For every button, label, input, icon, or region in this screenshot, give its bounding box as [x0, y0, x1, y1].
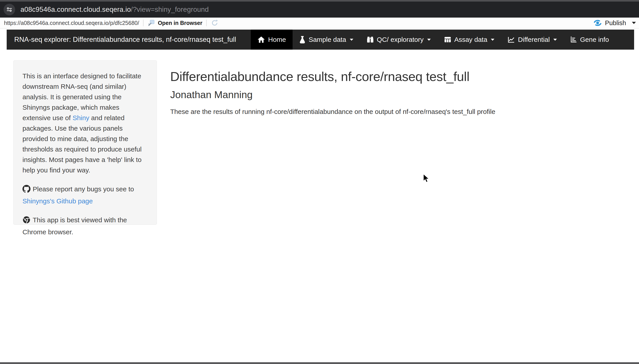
- refresh-icon: [211, 19, 219, 27]
- chart-line-icon: [508, 36, 515, 43]
- publish-logo-icon: [593, 18, 602, 28]
- app-navbar: RNA-seq explorer: Differentialabundance …: [7, 30, 634, 50]
- navbar-items: Home Sample data QC/ exploratory: [251, 30, 616, 50]
- dropdown-caret-icon: [427, 39, 431, 41]
- address-bar[interactable]: a08c9546a.connect.cloud.seqera.io/?view=…: [20, 2, 209, 18]
- nav-item-sample-data[interactable]: Sample data: [292, 30, 360, 50]
- publish-button[interactable]: Publish: [593, 18, 636, 28]
- tune-icon: [6, 6, 13, 13]
- address-query: /?view=shiny_foreground: [131, 6, 209, 14]
- intro-panel: This is an interface designed to facilit…: [13, 60, 157, 225]
- page-description: These are the results of running nf-core…: [170, 108, 495, 116]
- address-host: a08c9546a.connect.cloud.seqera.io: [20, 6, 131, 14]
- nav-item-label: Sample data: [308, 36, 346, 44]
- nav-item-gene-info[interactable]: Gene info: [564, 30, 616, 50]
- intro-text-after: and related packages. Use the various pa…: [22, 114, 142, 174]
- toolbar-divider: [206, 20, 207, 26]
- bottom-status-strip: [0, 362, 639, 364]
- dropdown-caret-icon: [491, 39, 494, 41]
- intro-paragraph: This is an interface designed to facilit…: [22, 71, 148, 175]
- github-icon: [22, 185, 30, 196]
- dropdown-caret-icon: [553, 39, 557, 41]
- publish-label: Publish: [605, 19, 626, 27]
- chrome-note-text: This app is best viewed with the Chrome …: [22, 216, 127, 236]
- screen: a08c9546a.connect.cloud.seqera.io/?view=…: [0, 0, 639, 364]
- refresh-button[interactable]: [211, 19, 219, 27]
- open-in-browser-button[interactable]: Open in Browser: [148, 19, 202, 27]
- shiny-link[interactable]: Shiny: [72, 114, 89, 122]
- nav-item-label: QC/ exploratory: [377, 36, 424, 44]
- titlebar: a08c9546a.connect.cloud.seqera.io/?view=…: [0, 0, 639, 18]
- publish-caret-icon[interactable]: [632, 22, 636, 24]
- home-icon: [258, 36, 265, 43]
- nav-item-label: Gene info: [580, 36, 609, 44]
- flask-icon: [299, 36, 306, 44]
- content-url-label: https://a08c9546a.connect.cloud.seqera.i…: [4, 20, 139, 26]
- open-in-browser-icon: [148, 19, 155, 27]
- site-settings-icon[interactable]: [4, 4, 15, 15]
- bug-report-text: Please report any bugs you see to: [33, 185, 134, 193]
- nav-item-label: Home: [268, 36, 286, 44]
- table-icon: [444, 36, 451, 43]
- bug-report-paragraph: Please report any bugs you see to Shinyn…: [22, 184, 148, 206]
- nav-item-home[interactable]: Home: [251, 30, 292, 50]
- nav-item-label: Differential: [518, 36, 550, 44]
- nav-item-label: Assay data: [454, 36, 487, 44]
- nav-item-assay-data[interactable]: Assay data: [438, 30, 501, 50]
- binoculars-icon: [367, 36, 374, 43]
- chrome-icon: [22, 216, 30, 227]
- chrome-note-paragraph: This app is best viewed with the Chrome …: [22, 215, 148, 237]
- open-in-browser-label: Open in Browser: [158, 20, 202, 26]
- titlebar-top-strip: [0, 0, 639, 2]
- page-title: Differentialabundance results, nf-core/r…: [170, 69, 470, 84]
- mouse-cursor: [423, 174, 431, 183]
- connect-toolbar: https://a08c9546a.connect.cloud.seqera.i…: [0, 18, 639, 28]
- chart-bar-icon: [570, 36, 577, 43]
- navbar-brand[interactable]: RNA-seq explorer: Differentialabundance …: [7, 30, 244, 50]
- page-author: Jonathan Manning: [170, 89, 252, 100]
- nav-item-differential[interactable]: Differential: [501, 30, 564, 50]
- toolbar-divider: [143, 20, 144, 26]
- shinyngs-github-link[interactable]: Shinyngs's Github page: [22, 197, 93, 205]
- nav-item-qc-exploratory[interactable]: QC/ exploratory: [360, 30, 438, 50]
- dropdown-caret-icon: [350, 39, 353, 41]
